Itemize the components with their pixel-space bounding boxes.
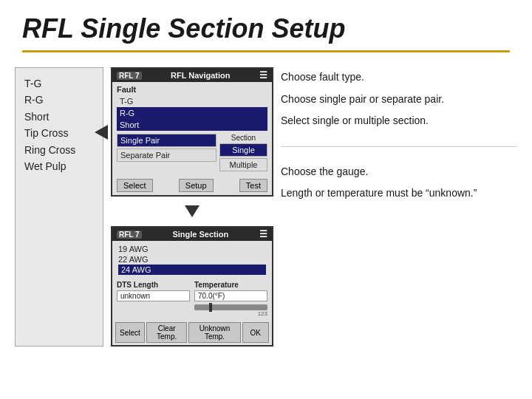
nav-screen-body: Fault T-G R-G Short Single Pair Separate… — [112, 82, 272, 176]
nav-test-button[interactable]: Test — [239, 179, 267, 192]
fault-item-tipcross: Tip Cross — [24, 125, 94, 141]
pair-opt-single[interactable]: Single Pair — [117, 134, 216, 147]
annotation-divider — [281, 146, 517, 147]
awg-22[interactable]: 22 AWG — [118, 254, 266, 265]
nav-screen-footer: Select Setup Test — [112, 176, 272, 195]
dts-length-label: DTS Length — [117, 281, 190, 289]
fault-item-short: Short — [24, 109, 94, 125]
arrow-left-icon — [95, 125, 108, 140]
annotation-choose-fault: Choose fault type. — [281, 70, 517, 85]
annotations: Choose fault type. Choose single pair or… — [281, 67, 517, 347]
temp-scale: 123 — [194, 310, 267, 317]
fault-item-tg: T-G — [24, 75, 94, 92]
section-screen-menu-icon: ☰ — [259, 229, 267, 239]
awg-24[interactable]: 24 AWG — [118, 265, 266, 275]
fault-opt-short[interactable]: Short — [117, 119, 267, 131]
fault-item-ringcross: Ring Cross — [24, 142, 94, 158]
nav-select-button[interactable]: Select — [117, 179, 153, 192]
title-underline — [22, 50, 510, 52]
dts-length-col: DTS Length unknown — [117, 281, 190, 317]
nav-screen-tag: RFL 7 — [117, 72, 142, 80]
main-content: T-G R-G Short Tip Cross Ring Cross Wet P… — [0, 67, 532, 347]
awg-19[interactable]: 19 AWG — [118, 244, 266, 254]
bottom-annotations: Choose the gauge. Length or temperature … — [281, 165, 517, 201]
section-screen-tag: RFL 7 — [117, 231, 142, 239]
temp-thumb — [209, 303, 212, 312]
nav-screen-wrapper: RFL 7 RFL Navigation ☰ Fault T-G R-G Sho… — [111, 67, 273, 197]
nav-screen-header: RFL 7 RFL Navigation ☰ — [112, 69, 272, 82]
annotation-select-section: Select single or multiple section. — [281, 114, 517, 129]
awg-list: 19 AWG 22 AWG 24 AWG — [112, 241, 272, 278]
section-screen-header: RFL 7 Single Section ☰ — [112, 228, 272, 241]
section-screen-title: Single Section — [172, 230, 228, 239]
annotation-length-temp: Length or temperature must be “unknown.” — [281, 186, 517, 201]
section-area: Single Pair Separate Pair Section Single… — [117, 134, 267, 173]
ss-ok-button[interactable]: OK — [242, 322, 269, 343]
pair-opt-separate[interactable]: Separate Pair — [117, 149, 216, 162]
fault-item-wetpulp: Wet Pulp — [24, 158, 94, 174]
page-title: RFL Single Section Setup — [0, 0, 532, 50]
ss-clear-button[interactable]: Clear Temp. — [146, 322, 188, 343]
section-screen: RFL 7 Single Section ☰ 19 AWG 22 AWG 24 … — [111, 226, 273, 347]
section-opt-single[interactable]: Single — [219, 143, 267, 157]
nav-screen-title: RFL Navigation — [171, 71, 230, 80]
nav-setup-button[interactable]: Setup — [179, 179, 214, 192]
dts-length-value: unknown — [117, 290, 190, 301]
fault-list: T-G R-G Short Tip Cross Ring Cross Wet P… — [15, 67, 103, 347]
arrow-down-icon — [185, 205, 200, 217]
dts-temp-label: Temperature — [194, 281, 267, 289]
section-opt-multiple[interactable]: Multiple — [219, 158, 267, 171]
nav-screen-menu-icon: ☰ — [259, 70, 267, 81]
temp-slider[interactable] — [194, 304, 267, 310]
section-column: Section Single Multiple — [219, 134, 267, 173]
dts-temp-col: Temperature 70.0(°F) 123 — [194, 281, 267, 317]
fault-opt-tg[interactable]: T-G — [117, 95, 267, 107]
top-annotations: Choose fault type. Choose single pair or… — [281, 70, 517, 129]
annotation-choose-gauge: Choose the gauge. — [281, 165, 517, 180]
dts-area: DTS Length unknown Temperature 70.0(°F) … — [112, 278, 272, 320]
annotation-choose-pair: Choose single pair or separate pair. — [281, 92, 517, 107]
fault-section-label: Fault — [117, 85, 267, 94]
ss-unknown-button[interactable]: Unknown Temp. — [188, 322, 240, 343]
fault-opt-rg[interactable]: R-G — [117, 107, 267, 119]
nav-screen: RFL 7 RFL Navigation ☰ Fault T-G R-G Sho… — [111, 67, 273, 197]
dts-temp-value: 70.0(°F) — [194, 290, 267, 301]
screenshots-area: RFL 7 RFL Navigation ☰ Fault T-G R-G Sho… — [111, 67, 273, 347]
section-screen-footer: Select Clear Temp. Unknown Temp. OK — [112, 320, 272, 345]
section-col-label: Section — [219, 134, 267, 142]
ss-select-button[interactable]: Select — [115, 322, 145, 343]
fault-item-rg: R-G — [24, 92, 94, 108]
pair-column: Single Pair Separate Pair — [117, 134, 216, 163]
